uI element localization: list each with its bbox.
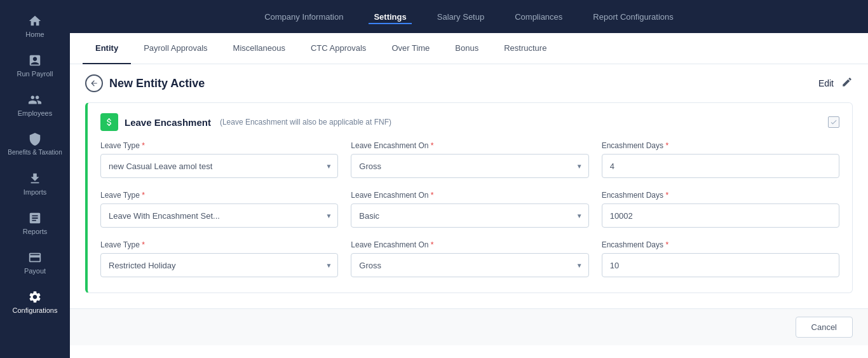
back-arrow-icon [90,79,98,88]
encashment-on-select-wrapper-2[interactable]: Basic Gross ▼ [351,203,588,228]
entity-header: New Entity Active Edit [70,64,868,102]
nav-compliances[interactable]: Compliances [510,10,567,24]
tab-over-time[interactable]: Over Time [379,33,442,64]
encashment-days-label-1: Encashment Days * [602,141,839,150]
main-content: Company Information Settings Salary Setu… [70,0,868,358]
imports-icon [28,172,42,186]
leave-type-label-3: Leave Type * [100,240,338,249]
edit-link[interactable]: Edit [818,78,834,88]
back-button[interactable] [85,74,103,92]
reports-icon [28,211,42,225]
sidebar-item-run-payroll[interactable]: Run Payroll [0,46,70,85]
encashment-on-label-1: Leave Encashment On * [351,141,588,150]
leave-type-select-1[interactable]: new Casual Leave amol test [100,154,338,178]
leave-type-select-3[interactable]: Restricted Holiday [100,253,338,277]
cancel-button[interactable]: Cancel [796,317,853,338]
sidebar-item-label: Home [25,31,44,38]
encashment-days-input-2[interactable]: 10002 [602,203,839,228]
payout-icon [28,251,42,265]
leave-type-group-3: Leave Type * Restricted Holiday ▼ [100,240,338,277]
encashment-on-select-1[interactable]: Gross Basic [351,154,588,178]
leave-encashment-card: Leave Encashment (Leave Encashment will … [85,102,853,293]
encashment-days-label-2: Encashment Days * [602,191,839,200]
sidebar-item-label: Configurations [13,306,58,314]
encashment-on-select-2[interactable]: Basic Gross [351,203,588,228]
encashment-on-group-3: Leave Encashment On * Gross Basic ▼ [351,240,588,277]
encashment-days-group-3: Encashment Days * 10 [602,240,839,277]
sidebar-item-reports[interactable]: Reports [0,203,70,243]
leave-encashment-icon-box [100,113,118,131]
configurations-icon [28,290,42,304]
encashment-on-label-3: Leave Encashment On * [351,240,588,249]
sidebar-item-configurations[interactable]: Configurations [0,282,70,322]
tab-bonus[interactable]: Bonus [442,33,491,64]
encashment-on-select-3[interactable]: Gross Basic [351,253,588,277]
sidebar-item-label: Imports [24,188,47,196]
leave-type-label-2: Leave Type * [100,191,338,200]
employees-icon [28,93,42,107]
leave-row-3: Leave Type * Restricted Holiday ▼ Leave … [100,240,839,277]
sidebar-item-label: Payout [24,267,46,275]
leave-type-select-wrapper-2[interactable]: Leave With Encashment Set... ▼ [100,203,338,228]
nav-settings[interactable]: Settings [369,10,411,24]
checkbox-check-icon [830,118,837,126]
encashment-days-input-3[interactable]: 10 [602,253,839,277]
encashment-on-group-1: Leave Encashment On * Gross Basic ▼ [351,141,588,178]
nav-salary-setup[interactable]: Salary Setup [432,10,489,24]
leave-type-group-2: Leave Type * Leave With Encashment Set..… [100,191,338,228]
encashment-on-select-wrapper-3[interactable]: Gross Basic ▼ [351,253,588,277]
sidebar-item-benefits[interactable]: Benefits & Taxation [0,125,70,164]
leave-encashment-icon [104,117,114,127]
sidebar: Home Run Payroll Employees Benefits & Ta… [0,0,70,358]
top-nav: Company Information Settings Salary Setu… [70,0,868,33]
leave-type-select-wrapper-1[interactable]: new Casual Leave amol test ▼ [100,154,338,178]
leave-encashment-title: Leave Encashment [125,117,211,128]
leave-row-2: Leave Type * Leave With Encashment Set..… [100,191,839,228]
tab-entity[interactable]: Entity [83,33,131,64]
encashment-on-select-wrapper-1[interactable]: Gross Basic ▼ [351,154,588,178]
nav-company-info[interactable]: Company Information [259,10,348,24]
leave-encashment-checkbox[interactable] [828,116,839,128]
sidebar-item-home[interactable]: Home [0,6,70,46]
sidebar-item-label: Reports [23,228,48,235]
encashment-days-group-1: Encashment Days * 4 [602,141,839,178]
sidebar-item-label: Run Payroll [17,70,53,78]
encashment-days-input-1[interactable]: 4 [602,154,839,178]
encashment-on-label-2: Leave Encashment On * [351,191,588,200]
home-icon [28,14,42,28]
content-area: Entity Payroll Approvals Miscellaneous C… [70,33,868,358]
tab-payroll-approvals[interactable]: Payroll Approvals [131,33,220,64]
sidebar-item-label: Employees [18,109,52,117]
tab-miscellaneous[interactable]: Miscellaneous [220,33,298,64]
encashment-days-group-2: Encashment Days * 10002 [602,191,839,228]
leave-type-select-wrapper-3[interactable]: Restricted Holiday ▼ [100,253,338,277]
sidebar-item-employees[interactable]: Employees [0,85,70,125]
leave-encashment-subtitle: (Leave Encashment will also be applicabl… [220,118,391,127]
leave-row-1: Leave Type * new Casual Leave amol test … [100,141,839,178]
entity-title: New Entity Active [109,77,205,90]
encashment-on-group-2: Leave Encashment On * Basic Gross ▼ [351,191,588,228]
encashment-days-label-3: Encashment Days * [602,240,839,249]
run-payroll-icon [28,53,42,67]
sub-tabs: Entity Payroll Approvals Miscellaneous C… [70,33,868,64]
tab-restructure[interactable]: Restructure [491,33,559,64]
tab-ctc-approvals[interactable]: CTC Approvals [298,33,379,64]
leave-type-label-1: Leave Type * [100,141,338,150]
edit-icon[interactable] [841,76,853,90]
nav-report-configurations[interactable]: Report Configurations [588,10,678,24]
benefits-icon [28,132,42,146]
leave-type-group-1: Leave Type * new Casual Leave amol test … [100,141,338,178]
sidebar-item-label: Benefits & Taxation [8,149,62,156]
sidebar-item-payout[interactable]: Payout [0,243,70,282]
page-footer: Cancel [70,308,868,345]
sidebar-item-imports[interactable]: Imports [0,164,70,203]
leave-type-select-2[interactable]: Leave With Encashment Set... [100,203,338,228]
